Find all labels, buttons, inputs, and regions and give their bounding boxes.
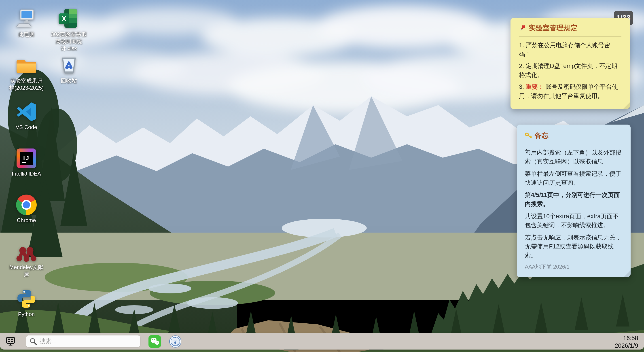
desktop-icon-python[interactable]: Python: [8, 288, 46, 318]
taskbar-clock: 16:58 2026/1/9: [615, 334, 638, 350]
desktop-icon-chrome[interactable]: Chrome: [8, 194, 46, 224]
desktop-screen: 此电脑 X 302实验室寒假离校时间统计.xlsx 实验室成果归档(2023-2…: [0, 0, 644, 352]
chrome-icon: [16, 194, 37, 216]
desktop-icon-archive-folder[interactable]: 实验室成果归档(2023-2025): [8, 54, 46, 91]
key-icon: [525, 132, 532, 139]
important-highlight: 重要：: [526, 84, 544, 90]
icon-label: 302实验室寒假离校时间统计.xlsx: [50, 31, 88, 52]
desktop-icon-vscode[interactable]: VS Code: [8, 101, 46, 131]
desktop-icon-excel-file[interactable]: X 302实验室寒假离校时间统计.xlsx: [50, 8, 88, 52]
start-launcher-icon: [5, 336, 16, 346]
memo-footer: AAA地下党 2026/1: [525, 263, 622, 270]
pushpin-icon: [519, 24, 526, 32]
computer-icon: [16, 8, 37, 30]
icon-label: 回收站: [61, 77, 77, 84]
memo-note-title: 备忘: [535, 131, 548, 140]
intellij-icon: IJ: [16, 148, 37, 169]
university-logo-icon: [169, 335, 182, 348]
memo-note: 备忘 善用内部搜索（左下角）以及外部搜索（真实互联网）以获取信息。 菜单栏最左侧…: [517, 124, 630, 277]
rules-note-title-row: 实验室管理规定: [519, 23, 622, 33]
rule-item: 2. 定期清理D盘Temp文件夹，不定期格式化。: [519, 62, 622, 80]
memo-paragraph: 第4/5/11页中，分别可进行一次页面内搜索。: [525, 191, 622, 209]
icon-label: IntelliJ IDEA: [12, 170, 41, 177]
memo-paragraph: 善用内部搜索（左下角）以及外部搜索（真实互联网）以获取信息。: [525, 148, 622, 166]
icon-label: Mendeley文献库: [8, 264, 45, 278]
rule-item: 1. 严禁在公用电脑存储个人账号密码！: [519, 41, 622, 59]
search-box[interactable]: [26, 336, 140, 347]
start-button[interactable]: [5, 336, 16, 346]
desktop-icon-mendeley[interactable]: Mendeley文献库: [8, 241, 46, 278]
desktop-icon-recycle-bin[interactable]: 回收站: [50, 54, 88, 84]
divider: [525, 144, 622, 144]
taskbar: 16:58 2026/1/9: [0, 333, 644, 350]
icon-label: Chrome: [17, 217, 36, 224]
memo-note-title-row: 备忘: [525, 131, 622, 140]
python-icon: [16, 288, 37, 310]
wechat-icon: [148, 335, 161, 348]
icon-label: 实验室成果归档(2023-2025): [8, 77, 45, 91]
memo-paragraph: 菜单栏最左侧可查看搜索记录，便于快速访问历史查询。: [525, 170, 622, 188]
wechat-button[interactable]: [148, 335, 161, 348]
recycle-bin-icon: [58, 54, 80, 76]
icon-label: 此电脑: [18, 31, 34, 38]
search-input[interactable]: [39, 338, 137, 345]
rules-note: 实验室管理规定 1. 严禁在公用电脑存储个人账号密码！ 2. 定期清理D盘Tem…: [510, 18, 630, 109]
icon-label: Python: [18, 311, 35, 318]
memo-paragraph: 共设置10个extra页面，extra页面不包含关键词，不影响线索推进。: [525, 212, 622, 230]
clock-time: 16:58: [615, 334, 638, 342]
excel-icon: X: [58, 8, 80, 30]
university-logo-button[interactable]: [169, 335, 182, 348]
folder-icon: [16, 54, 37, 76]
rules-note-title: 实验室管理规定: [529, 23, 577, 33]
clock-date: 2026/1/9: [615, 342, 638, 350]
mendeley-icon: [16, 241, 37, 262]
desktop-icon-intellij[interactable]: IJ IntelliJ IDEA: [8, 148, 46, 177]
rule-item: 3. 重要： 账号及密码仅限单个平台使用，请勿在其他平台重复使用。: [519, 82, 622, 100]
vscode-icon: [16, 101, 37, 122]
desktop-icon-this-pc[interactable]: 此电脑: [8, 8, 46, 38]
divider: [519, 36, 622, 37]
icon-label: VS Code: [16, 124, 37, 131]
magnifier-icon: [29, 338, 37, 345]
memo-paragraph: 若点击无响应，则表示该信息无关，无需使用F12或查看源码以获取线索。: [525, 233, 622, 260]
